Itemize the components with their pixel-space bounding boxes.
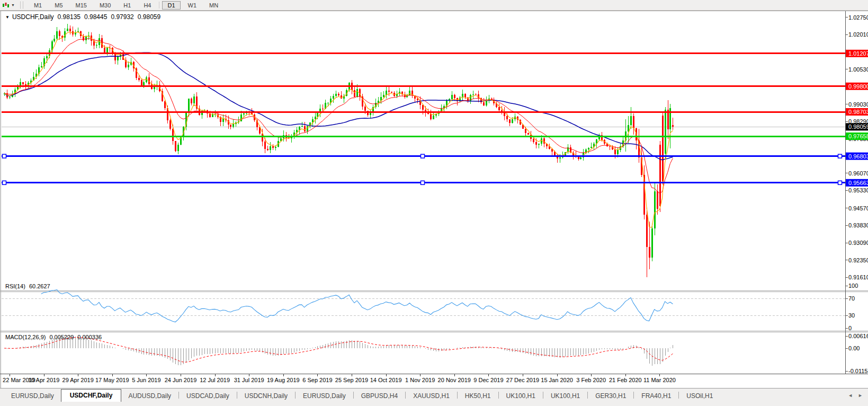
ohlc-close: 0.98059 — [138, 13, 160, 21]
ma-slow-line — [4, 52, 673, 160]
tab-separator — [457, 392, 458, 399]
svg-text:0.98703: 0.98703 — [848, 109, 868, 115]
chart-tab-bar: EURUSD,DailyUSDCHF,DailyAUDUSD,DailyUSDC… — [0, 388, 868, 406]
symbol-period-label: USDCHF,Daily — [12, 13, 54, 21]
timeframe-button-m5[interactable]: M5 — [49, 1, 68, 10]
chart-tab-hk50-h1[interactable]: HK50,H1 — [458, 390, 498, 401]
timeframe-button-h4[interactable]: H4 — [138, 1, 156, 10]
tab-scroll-right-icon[interactable]: ► — [858, 393, 863, 398]
svg-text:0.96803: 0.96803 — [848, 153, 868, 160]
candle-body — [533, 139, 534, 142]
svg-text:0.96070: 0.96070 — [848, 170, 868, 176]
chart-tab-audusd-daily[interactable]: AUDUSD,Daily — [121, 390, 178, 401]
chart-tab-gbpusd-h4[interactable]: GBPUSD,H4 — [354, 390, 405, 401]
chart-tab-uk100-h1[interactable]: UK100,H1 — [544, 390, 587, 401]
timeframe-button-w1[interactable]: W1 — [183, 1, 202, 10]
candle-body — [588, 148, 589, 150]
tab-scroll-buttons: ◄ ► — [848, 393, 863, 398]
candle-body — [128, 65, 129, 67]
candle-body — [630, 116, 632, 125]
candle-body — [483, 102, 485, 105]
candle-body — [304, 126, 306, 131]
chart-tab-eurusd-daily[interactable]: EURUSD,Daily — [4, 390, 61, 401]
hline-handle[interactable] — [838, 181, 842, 184]
price-axis[interactable]: 1.027501.020101.005300.990300.982900.975… — [846, 14, 868, 280]
timeframe-button-m15[interactable]: M15 — [70, 1, 92, 10]
candle-body — [454, 95, 455, 98]
svg-text:27 Dec 2019: 27 Dec 2019 — [506, 377, 539, 383]
chart-tab-xauusd-h1[interactable]: XAUUSD,H1 — [406, 390, 457, 401]
tab-separator — [678, 392, 679, 399]
chart-canvas[interactable]: 1.027501.020101.005300.990300.982900.975… — [0, 11, 868, 399]
chart-tab-usdcad-daily[interactable]: USDCAD,Daily — [180, 390, 236, 401]
candle-body — [22, 82, 24, 84]
macd-panel[interactable]: 0.0061670.00-0.011533 — [4, 333, 868, 374]
hline-handle[interactable] — [3, 154, 6, 158]
chart-tab-uk100-h1[interactable]: UK100,H1 — [499, 390, 542, 401]
candle-body — [333, 96, 334, 98]
candle-body — [578, 157, 579, 160]
candle-body — [614, 149, 616, 154]
ohlc-low: 0.97932 — [111, 13, 133, 21]
chart-tab-usdchf-daily[interactable]: USDCHF,Daily — [61, 389, 122, 402]
candle-body — [654, 191, 656, 228]
candle-body — [56, 31, 58, 39]
svg-text:1.00530: 1.00530 — [848, 66, 868, 73]
tab-separator — [295, 392, 296, 399]
toolbar-separator — [159, 2, 159, 8]
svg-text:0.93830: 0.93830 — [848, 222, 868, 228]
candle-body — [327, 103, 329, 103]
candle-body — [83, 36, 84, 40]
timeframe-button-h1[interactable]: H1 — [118, 1, 136, 10]
chart-type-caret-icon[interactable]: ▼ — [11, 3, 15, 7]
candle-body — [267, 149, 269, 150]
candle-body — [628, 125, 629, 131]
tab-scroll-left-icon[interactable]: ◄ — [848, 393, 853, 398]
chart-title-caret-icon[interactable]: ▼ — [5, 15, 10, 20]
chart-tab-ger30-h1[interactable]: GER30,H1 — [588, 390, 633, 401]
time-axis[interactable]: 22 Mar 201910 Apr 201929 Apr 201917 May … — [3, 374, 676, 383]
tab-separator — [237, 392, 237, 399]
timeframe-button-d1[interactable]: D1 — [162, 1, 180, 10]
svg-text:3 Feb 2020: 3 Feb 2020 — [576, 377, 606, 383]
macd-main-value: 0.005229 — [49, 334, 74, 340]
chart-tab-fra40-h1[interactable]: FRA40,H1 — [634, 390, 678, 401]
chart-tab-usdcnh-daily[interactable]: USDCNH,Daily — [238, 390, 294, 401]
hline-handle[interactable] — [421, 154, 425, 158]
timeframe-button-m30[interactable]: M30 — [94, 1, 116, 10]
horizontal-lines-layer[interactable] — [2, 54, 846, 184]
ohlc-high: 0.98445 — [84, 13, 107, 21]
hline-handle[interactable] — [838, 154, 842, 158]
candle-body — [59, 31, 60, 36]
svg-text:14 Oct 2019: 14 Oct 2019 — [370, 377, 402, 383]
candle-body — [335, 94, 337, 96]
svg-text:0.95663: 0.95663 — [848, 180, 868, 186]
candle-body — [580, 157, 581, 159]
svg-text:1.02750: 1.02750 — [848, 14, 868, 21]
tab-separator — [633, 392, 634, 399]
toolbar-grip[interactable] — [20, 2, 23, 8]
rsi-panel[interactable]: 10070300 — [2, 283, 858, 331]
macd-label: MACD(12,26,9) — [5, 334, 46, 340]
candle-body — [9, 97, 11, 98]
timeframe-button-m1[interactable]: M1 — [29, 1, 47, 10]
candle-body — [672, 125, 674, 127]
svg-text:0.98059: 0.98059 — [848, 123, 868, 130]
candle-body — [391, 92, 392, 93]
svg-text:15 Jan 2020: 15 Jan 2020 — [541, 377, 573, 383]
tab-separator — [178, 392, 179, 399]
hline-handle[interactable] — [421, 181, 425, 184]
chart-window[interactable]: 1.027501.020101.005300.990300.982900.975… — [0, 11, 868, 388]
rsi-label: RSI(14) — [5, 283, 25, 289]
candle-body — [230, 125, 231, 127]
chart-tab-eurusd-daily[interactable]: EURUSD,Daily — [296, 390, 353, 401]
candle-body — [388, 91, 390, 92]
candle-body — [498, 107, 500, 110]
chart-type-button[interactable]: ▼ — [2, 2, 15, 8]
timeframe-toolbar: ▼ M1M5M15M30H1H4D1W1MN — [0, 0, 868, 11]
svg-text:12 Jul 2019: 12 Jul 2019 — [200, 377, 230, 383]
candles-layer — [4, 24, 674, 277]
chart-tab-usoil-h1[interactable]: USOil,H1 — [679, 390, 720, 401]
hline-handle[interactable] — [3, 181, 6, 184]
timeframe-button-mn[interactable]: MN — [204, 1, 223, 10]
